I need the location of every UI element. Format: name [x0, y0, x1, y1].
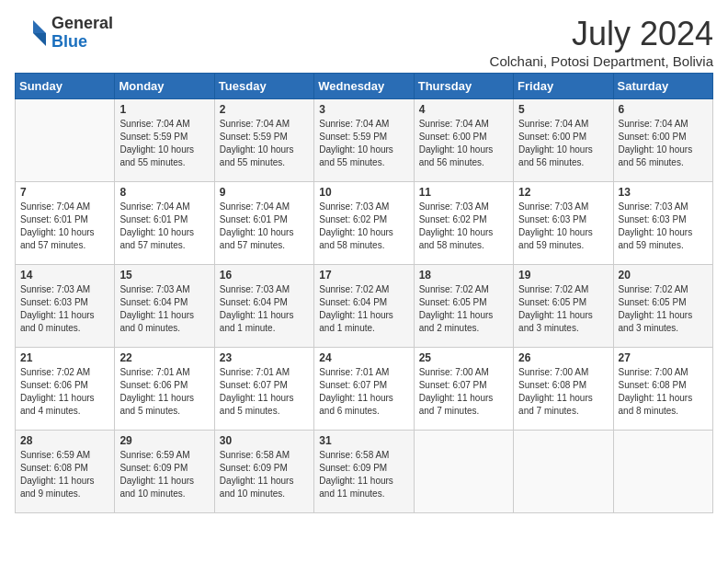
day-number: 12 — [518, 186, 608, 199]
day-info: Sunrise: 7:04 AMSunset: 6:01 PMDaylight:… — [220, 201, 309, 252]
day-info: Sunrise: 7:02 AMSunset: 6:05 PMDaylight:… — [619, 283, 708, 335]
day-number: 21 — [20, 351, 109, 364]
calendar-cell: 21Sunrise: 7:02 AMSunset: 6:06 PMDayligh… — [16, 348, 115, 431]
day-info: Sunrise: 7:02 AMSunset: 6:05 PMDaylight:… — [419, 283, 508, 335]
day-number: 3 — [319, 103, 408, 116]
weekday-header-row: SundayMondayTuesdayWednesdayThursdayFrid… — [16, 74, 713, 99]
day-number: 9 — [220, 186, 309, 199]
calendar-cell: 27Sunrise: 7:00 AMSunset: 6:08 PMDayligh… — [613, 348, 712, 431]
day-info: Sunrise: 7:04 AMSunset: 5:59 PMDaylight:… — [119, 118, 209, 169]
logo-icon — [15, 17, 48, 50]
week-row-4: 21Sunrise: 7:02 AMSunset: 6:06 PMDayligh… — [16, 348, 713, 431]
day-number: 25 — [419, 351, 508, 364]
calendar-cell: 17Sunrise: 7:02 AMSunset: 6:04 PMDayligh… — [314, 265, 414, 348]
logo: General Blue — [15, 15, 113, 52]
day-info: Sunrise: 6:58 AMSunset: 6:09 PMDaylight:… — [220, 449, 309, 500]
week-row-2: 7Sunrise: 7:04 AMSunset: 6:01 PMDaylight… — [16, 182, 713, 265]
weekday-header-saturday: Saturday — [613, 74, 712, 99]
day-info: Sunrise: 7:04 AMSunset: 6:01 PMDaylight:… — [119, 201, 209, 252]
day-info: Sunrise: 7:04 AMSunset: 5:59 PMDaylight:… — [220, 118, 309, 169]
calendar-cell: 23Sunrise: 7:01 AMSunset: 6:07 PMDayligh… — [214, 348, 313, 431]
day-number: 4 — [419, 103, 508, 116]
week-row-5: 28Sunrise: 6:59 AMSunset: 6:08 PMDayligh… — [16, 431, 713, 513]
calendar-cell: 14Sunrise: 7:03 AMSunset: 6:03 PMDayligh… — [16, 265, 115, 348]
weekday-header-thursday: Thursday — [414, 74, 513, 99]
day-number: 31 — [319, 434, 408, 447]
calendar-cell: 10Sunrise: 7:03 AMSunset: 6:02 PMDayligh… — [314, 182, 414, 265]
day-info: Sunrise: 7:00 AMSunset: 6:08 PMDaylight:… — [518, 366, 608, 418]
logo-blue: Blue — [51, 33, 113, 52]
day-number: 13 — [619, 186, 708, 199]
calendar-cell: 22Sunrise: 7:01 AMSunset: 6:06 PMDayligh… — [115, 348, 214, 431]
calendar-cell: 7Sunrise: 7:04 AMSunset: 6:01 PMDaylight… — [16, 182, 115, 265]
calendar-cell: 12Sunrise: 7:03 AMSunset: 6:03 PMDayligh… — [514, 182, 613, 265]
day-info: Sunrise: 7:03 AMSunset: 6:03 PMDaylight:… — [518, 201, 608, 252]
day-info: Sunrise: 7:03 AMSunset: 6:02 PMDaylight:… — [419, 201, 508, 252]
day-number: 26 — [518, 351, 608, 364]
day-number: 15 — [119, 269, 209, 282]
calendar-cell: 19Sunrise: 7:02 AMSunset: 6:05 PMDayligh… — [514, 265, 613, 348]
calendar-cell: 6Sunrise: 7:04 AMSunset: 6:00 PMDaylight… — [613, 99, 712, 182]
day-info: Sunrise: 7:01 AMSunset: 6:07 PMDaylight:… — [220, 366, 309, 418]
day-info: Sunrise: 7:04 AMSunset: 6:00 PMDaylight:… — [518, 118, 608, 169]
calendar-cell — [414, 431, 513, 513]
weekday-header-wednesday: Wednesday — [314, 74, 414, 99]
calendar-cell: 25Sunrise: 7:00 AMSunset: 6:07 PMDayligh… — [414, 348, 513, 431]
day-info: Sunrise: 7:00 AMSunset: 6:08 PMDaylight:… — [619, 366, 708, 418]
calendar-cell: 8Sunrise: 7:04 AMSunset: 6:01 PMDaylight… — [115, 182, 214, 265]
calendar-cell: 20Sunrise: 7:02 AMSunset: 6:05 PMDayligh… — [613, 265, 712, 348]
calendar-cell — [613, 431, 712, 513]
calendar-cell: 29Sunrise: 6:59 AMSunset: 6:09 PMDayligh… — [115, 431, 214, 513]
weekday-header-tuesday: Tuesday — [214, 74, 313, 99]
day-number: 10 — [319, 186, 408, 199]
day-number: 27 — [619, 351, 708, 364]
day-number: 23 — [220, 351, 309, 364]
calendar-cell: 30Sunrise: 6:58 AMSunset: 6:09 PMDayligh… — [214, 431, 313, 513]
calendar-cell — [16, 99, 115, 182]
calendar-table: SundayMondayTuesdayWednesdayThursdayFrid… — [15, 73, 713, 513]
day-info: Sunrise: 6:59 AMSunset: 6:09 PMDaylight:… — [119, 449, 209, 500]
day-info: Sunrise: 6:58 AMSunset: 6:09 PMDaylight:… — [319, 449, 408, 500]
calendar-cell: 13Sunrise: 7:03 AMSunset: 6:03 PMDayligh… — [613, 182, 712, 265]
day-info: Sunrise: 7:04 AMSunset: 5:59 PMDaylight:… — [319, 118, 408, 169]
calendar-cell: 5Sunrise: 7:04 AMSunset: 6:00 PMDaylight… — [514, 99, 613, 182]
day-number: 5 — [518, 103, 608, 116]
day-number: 30 — [220, 434, 309, 447]
calendar-cell: 4Sunrise: 7:04 AMSunset: 6:00 PMDaylight… — [414, 99, 513, 182]
day-info: Sunrise: 7:04 AMSunset: 6:00 PMDaylight:… — [619, 118, 708, 169]
day-number: 20 — [619, 269, 708, 282]
calendar-cell: 9Sunrise: 7:04 AMSunset: 6:01 PMDaylight… — [214, 182, 313, 265]
week-row-1: 1Sunrise: 7:04 AMSunset: 5:59 PMDaylight… — [16, 99, 713, 182]
weekday-header-friday: Friday — [514, 74, 613, 99]
day-info: Sunrise: 6:59 AMSunset: 6:08 PMDaylight:… — [20, 449, 109, 500]
day-number: 29 — [119, 434, 209, 447]
day-number: 6 — [619, 103, 708, 116]
day-info: Sunrise: 7:03 AMSunset: 6:04 PMDaylight:… — [220, 283, 309, 335]
calendar-cell: 3Sunrise: 7:04 AMSunset: 5:59 PMDaylight… — [314, 99, 414, 182]
calendar-cell: 24Sunrise: 7:01 AMSunset: 6:07 PMDayligh… — [314, 348, 414, 431]
day-info: Sunrise: 7:03 AMSunset: 6:03 PMDaylight:… — [20, 283, 109, 335]
day-number: 17 — [319, 269, 408, 282]
day-info: Sunrise: 7:02 AMSunset: 6:05 PMDaylight:… — [518, 283, 608, 335]
page-header: General Blue July 2024 Colchani, Potosi … — [15, 15, 713, 69]
day-info: Sunrise: 7:00 AMSunset: 6:07 PMDaylight:… — [419, 366, 508, 418]
logo-text: General Blue — [51, 15, 113, 52]
logo-general: General — [51, 15, 113, 33]
day-info: Sunrise: 7:02 AMSunset: 6:06 PMDaylight:… — [20, 366, 109, 418]
weekday-header-sunday: Sunday — [16, 74, 115, 99]
day-info: Sunrise: 7:04 AMSunset: 6:00 PMDaylight:… — [419, 118, 508, 169]
day-info: Sunrise: 7:01 AMSunset: 6:06 PMDaylight:… — [119, 366, 209, 418]
day-number: 2 — [220, 103, 309, 116]
location-subtitle: Colchani, Potosi Department, Bolivia — [490, 53, 713, 69]
day-info: Sunrise: 7:01 AMSunset: 6:07 PMDaylight:… — [319, 366, 408, 418]
week-row-3: 14Sunrise: 7:03 AMSunset: 6:03 PMDayligh… — [16, 265, 713, 348]
day-number: 16 — [220, 269, 309, 282]
month-title: July 2024 — [490, 15, 713, 53]
day-number: 19 — [518, 269, 608, 282]
day-number: 18 — [419, 269, 508, 282]
calendar-cell: 2Sunrise: 7:04 AMSunset: 5:59 PMDaylight… — [214, 99, 313, 182]
svg-marker-1 — [33, 33, 46, 46]
day-number: 8 — [119, 186, 209, 199]
day-number: 7 — [20, 186, 109, 199]
day-number: 14 — [20, 269, 109, 282]
